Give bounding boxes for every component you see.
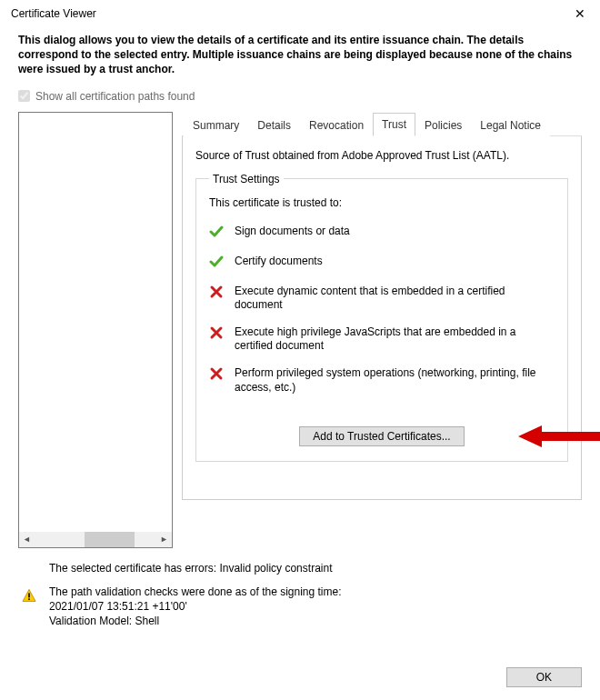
tab-trust[interactable]: Trust [373,113,415,136]
tab-content-trust: Source of Trust obtained from Adobe Appr… [182,136,582,500]
validation-timestamp: 2021/01/07 13:51:21 +11'00' [49,599,342,614]
cross-icon [209,285,224,302]
tab-policies[interactable]: Policies [415,114,471,136]
permission-item: Perform privileged system operations (ne… [209,360,555,401]
tab-details[interactable]: Details [248,114,300,136]
permission-text: Perform privileged system operations (ne… [235,366,555,395]
annotation-arrow-icon [518,423,600,450]
cross-icon [209,366,224,384]
ok-button[interactable]: OK [506,667,582,687]
trust-source-text: Source of Trust obtained from Adobe Appr… [195,149,568,162]
trust-settings-group: Trust Settings This certificate is trust… [195,173,568,463]
cross-icon [209,325,224,343]
scroll-right-arrow-icon[interactable]: ► [156,532,172,547]
close-icon[interactable]: ✕ [571,7,589,20]
dialog-footer: OK [506,667,582,687]
window-title: Certificate Viewer [11,7,96,20]
trusted-to-text: This certificate is trusted to: [209,196,555,209]
svg-rect-3 [28,598,30,600]
show-all-paths-label: Show all certification paths found [35,90,195,103]
tab-summary[interactable]: Summary [184,114,248,136]
show-all-paths-input[interactable] [18,90,30,102]
permission-item: Certify documents [209,248,555,278]
details-panel: SummaryDetailsRevocationTrustPoliciesLeg… [182,112,582,500]
tab-strip: SummaryDetailsRevocationTrustPoliciesLeg… [182,112,582,136]
scroll-track[interactable] [35,532,156,547]
scroll-left-arrow-icon[interactable]: ◄ [19,532,35,547]
permissions-list: Sign documents or dataCertify documentsE… [209,218,555,402]
show-all-paths-checkbox[interactable]: Show all certification paths found [0,86,600,112]
warning-icon [22,563,36,629]
validation-model-line: Validation Model: Shell [49,614,342,628]
permission-item: Execute high privilege JavaScripts that … [209,319,555,360]
permission-text: Sign documents or data [235,225,555,239]
permission-text: Execute dynamic content that is embedded… [235,285,555,313]
horizontal-scrollbar[interactable]: ◄ ► [19,532,172,547]
status-block: The selected certificate has errors: Inv… [0,548,600,629]
permission-item: Sign documents or data [209,218,555,248]
permission-text: Execute high privilege JavaScripts that … [235,325,555,354]
intro-text: This dialog allows you to view the detai… [0,25,600,86]
path-validation-line: The path validation checks were done as … [49,585,342,599]
check-icon [209,255,224,272]
error-line: The selected certificate has errors: Inv… [49,561,342,575]
tab-legal-notice[interactable]: Legal Notice [471,114,550,136]
trust-settings-legend: Trust Settings [209,173,284,185]
add-to-trusted-button[interactable]: Add to Trusted Certificates... [299,426,464,446]
scroll-thumb[interactable] [85,532,135,547]
svg-rect-2 [28,593,30,597]
svg-marker-0 [518,425,600,447]
tab-revocation[interactable]: Revocation [300,114,373,136]
certificate-listbox[interactable]: ◄ ► [18,112,173,548]
check-icon [209,225,224,242]
permission-item: Execute dynamic content that is embedded… [209,278,555,319]
permission-text: Certify documents [235,255,555,269]
titlebar: Certificate Viewer ✕ [0,0,600,25]
